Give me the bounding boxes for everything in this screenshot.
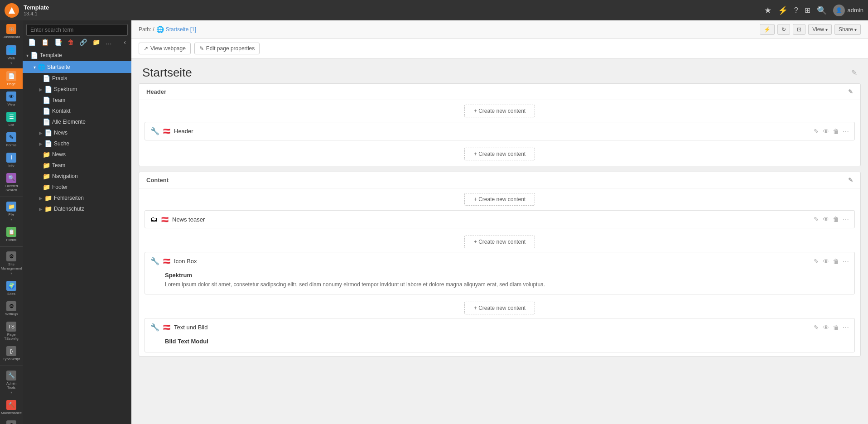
sitemgmt-icon: ⚙: [6, 251, 16, 261]
refresh-btn[interactable]: ↻: [777, 24, 790, 35]
tree-search-area: [23, 20, 131, 38]
create-content-btn-content-top[interactable]: + Create new content: [464, 193, 535, 206]
create-content-label-content-mid1: + Create new content: [474, 239, 526, 245]
tree-node-fehlerseiten[interactable]: ▶ 📁 Fehlerseiten: [23, 193, 131, 203]
lightning-btn[interactable]: ⚡: [760, 24, 775, 35]
search-icon[interactable]: 🔍: [817, 5, 827, 15]
tree-link-btn[interactable]: 🔗: [77, 38, 89, 47]
view-item-btn-header[interactable]: 👁: [823, 128, 829, 135]
tree-node-news1[interactable]: ▶ 📄 News: [23, 127, 131, 138]
tree-new-page-btn[interactable]: 📄: [26, 38, 38, 47]
view-webpage-btn[interactable]: ↗ View webpage: [139, 43, 191, 54]
section-content: Content ✎ + Create new content 🗂 🇦🇹 News…: [139, 172, 861, 357]
tree-node-suche[interactable]: ▶ 📄 Suche: [23, 138, 131, 149]
bolt-icon[interactable]: ⚡: [778, 5, 788, 15]
list-label: List: [9, 123, 14, 127]
startseite-label: Startseite: [47, 64, 70, 70]
admin-menu[interactable]: 👤 admin: [833, 5, 863, 16]
sidebar-item-web[interactable]: 🌐 Web ▾: [0, 43, 23, 68]
sidebar-item-faceted[interactable]: 🔍 Faceted Search: [0, 170, 23, 195]
section-header-edit-btn[interactable]: ✎: [848, 88, 853, 95]
create-content-btn-header-bottom[interactable]: + Create new content: [464, 148, 535, 160]
tree-node-team2[interactable]: 📁 Team: [23, 160, 131, 171]
tree-node-datenschutz[interactable]: ▶ 📁 Datenschutz: [23, 203, 131, 214]
delete-item-btn-text-bild[interactable]: 🗑: [833, 324, 839, 331]
breadcrumb: Path: / 🌐 Startseite [1]: [139, 26, 196, 33]
tree-settings-btn[interactable]: …: [104, 38, 114, 47]
layout-btn[interactable]: ⊡: [793, 24, 805, 35]
sidebar-item-maintenance[interactable]: 🔨 Maintenance: [0, 397, 23, 418]
page-title-edit-btn[interactable]: ✎: [851, 68, 857, 77]
daten-icon: 📁: [44, 205, 52, 212]
edit-item-btn-text-bild[interactable]: ✎: [814, 324, 819, 331]
content-scroll-area: Startseite ✎ Header ✎ + Create new conte…: [131, 58, 868, 424]
section-content-edit-btn[interactable]: ✎: [848, 177, 853, 183]
tree-search-input[interactable]: [26, 24, 128, 36]
sidebar-item-typoscript[interactable]: {} TypoScript: [0, 343, 23, 364]
tree-node-news2[interactable]: 📁 News: [23, 149, 131, 160]
more-item-btn-news-teaser[interactable]: ⋯: [843, 216, 849, 223]
grid-icon[interactable]: ⊞: [805, 6, 810, 14]
delete-item-btn-header[interactable]: 🗑: [833, 128, 839, 135]
create-content-btn-header-top[interactable]: + Create new content: [464, 105, 535, 117]
sidebar-item-sitemgmt[interactable]: ⚙ Site Management ▾: [0, 249, 23, 278]
nav-label: Navigation: [52, 173, 78, 179]
tree-node-alle-elemente[interactable]: 📄 Alle Elemente: [23, 116, 131, 127]
info-label: Info: [8, 164, 14, 168]
sidebar-item-settings2[interactable]: ⚙ Settings: [0, 418, 23, 424]
tree-new-folder-btn[interactable]: 📋: [39, 38, 51, 47]
create-content-btn-content-mid1[interactable]: + Create new content: [464, 236, 535, 248]
delete-item-btn-icon-box[interactable]: 🗑: [833, 258, 839, 265]
nav-icon: 📁: [43, 173, 50, 180]
create-content-btn-content-mid2[interactable]: + Create new content: [464, 302, 535, 314]
sites-icon: 🌍: [6, 281, 16, 291]
icon-box-text: Lorem ipsum dolor sit amet, consetetur s…: [165, 280, 849, 289]
sidebar-item-sites[interactable]: 🌍 Sites: [0, 278, 23, 299]
edit-item-btn-icon-box[interactable]: ✎: [814, 258, 819, 265]
sidebar-item-filelist[interactable]: 📋 Filelist: [0, 224, 23, 245]
tree-node-template[interactable]: ▾ 📄 Template: [23, 49, 131, 61]
delete-item-btn-news-teaser[interactable]: 🗑: [833, 216, 839, 223]
view-btn[interactable]: View ▾: [808, 24, 832, 35]
path-current-label[interactable]: Startseite [1]: [166, 26, 196, 33]
sidebar-item-pagetsconfig[interactable]: TS Page TSconfig: [0, 319, 23, 343]
tree-node-navigation[interactable]: 📁 Navigation: [23, 171, 131, 182]
help-icon[interactable]: ?: [794, 6, 798, 14]
tree-node-startseite[interactable]: ▾ 🌐 Startseite: [23, 61, 131, 73]
tree-collapse-btn[interactable]: ‹: [122, 38, 128, 47]
more-item-btn-icon-box[interactable]: ⋯: [843, 258, 849, 265]
sidebar-item-file[interactable]: 📁 File ▾: [0, 199, 23, 224]
edit-item-btn-news-teaser[interactable]: ✎: [814, 216, 819, 223]
sidebar-item-settings[interactable]: ⚙ Settings: [0, 299, 23, 319]
tree-node-praxis[interactable]: 📄 Praxis: [23, 73, 131, 84]
view-label: View: [7, 102, 15, 106]
admintools-label: Admin Tools: [2, 381, 21, 390]
alle-icon: 📄: [43, 118, 50, 125]
view-item-btn-news-teaser[interactable]: 👁: [823, 216, 829, 223]
maintenance-label: Maintenance: [1, 411, 22, 415]
svg-marker-0: [9, 7, 15, 13]
edit-page-props-btn[interactable]: ✎ Edit page properties: [194, 43, 260, 54]
tree-node-kontakt[interactable]: 📄 Kontakt: [23, 106, 131, 116]
view-item-btn-icon-box[interactable]: 👁: [823, 258, 829, 265]
sidebar-item-list[interactable]: ☰ List: [0, 109, 23, 130]
sidebar-item-info[interactable]: i Info: [0, 150, 23, 170]
share-btn[interactable]: Share ▾: [834, 24, 861, 35]
section-header: Header ✎ + Create new content 🔧 🇦🇹 Heade…: [139, 83, 861, 166]
sidebar-item-dashboard[interactable]: ⊞ Dashboard: [0, 20, 23, 43]
tree-copy-btn[interactable]: 📑: [53, 38, 64, 47]
tree-delete-btn[interactable]: 🗑: [66, 38, 76, 47]
tree-node-team[interactable]: 📄 Team: [23, 95, 131, 106]
view-item-btn-text-bild[interactable]: 👁: [823, 324, 829, 331]
more-item-btn-text-bild[interactable]: ⋯: [843, 324, 849, 331]
more-item-btn-header[interactable]: ⋯: [843, 128, 849, 135]
sidebar-item-view[interactable]: 👁 View: [0, 89, 23, 109]
tree-folder-btn[interactable]: 📁: [91, 38, 102, 47]
sidebar-item-admintools[interactable]: 🔧 Admin Tools ▾: [0, 368, 23, 397]
sidebar-item-forms[interactable]: ✎ Forms: [0, 130, 23, 150]
tree-node-footer[interactable]: 📁 Footer: [23, 182, 131, 193]
edit-item-btn-header[interactable]: ✎: [814, 128, 819, 135]
star-icon[interactable]: ★: [764, 5, 772, 15]
sidebar-item-page[interactable]: 📄 Page: [0, 68, 23, 89]
tree-node-spektrum[interactable]: ▶ 📄 Spektrum: [23, 84, 131, 95]
